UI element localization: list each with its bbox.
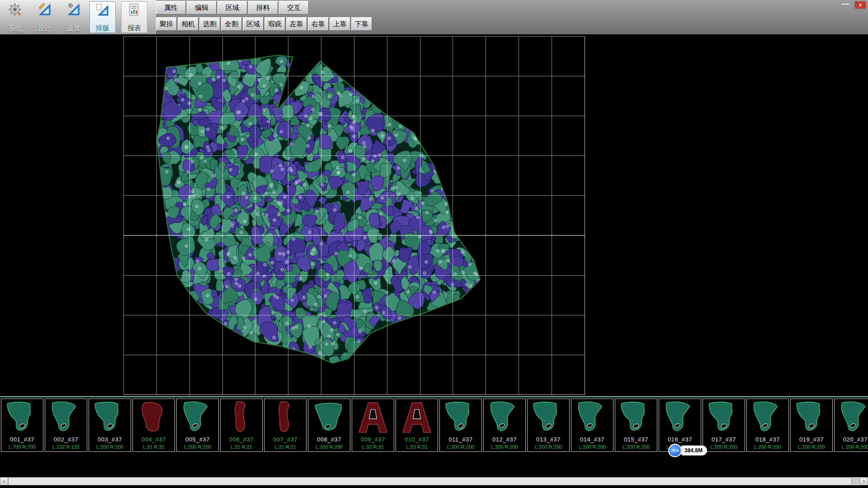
piece-name: 013_#37 <box>528 436 569 443</box>
toolbar-button-settings[interactable]: 设置 <box>61 1 87 33</box>
piece-shape <box>46 400 86 436</box>
piece-shape <box>309 400 349 436</box>
piece-shape <box>353 400 393 436</box>
piece-thumbnail-009_#37[interactable]: 009_#37L:32 R:31 <box>352 399 394 452</box>
tool-button-cluster-nest[interactable]: 聚排 <box>156 17 177 31</box>
piece-thumbnail-020_#37[interactable]: 020_#37L:200 R:200 <box>834 399 868 452</box>
piece-thumbnail-019_#37[interactable]: 019_#37L:200 R:200 <box>790 399 833 452</box>
piece-name: 019_#37 <box>791 436 832 443</box>
menu-tab-nesting[interactable]: 排料 <box>248 1 278 14</box>
window-controls: — ✕ <box>840 1 866 9</box>
title-toolbar: 系统 设计 设置 排版 <box>0 0 868 35</box>
progress-percent: 38% <box>668 444 682 457</box>
memory-usage: 384.8M <box>679 446 707 455</box>
piece-shape <box>572 400 612 436</box>
piece-counts: L:33 R:31 <box>396 444 438 450</box>
piece-name: 010_#37 <box>396 436 438 443</box>
piece-name: 004_#37 <box>133 436 175 443</box>
piece-thumbnail-008_#37[interactable]: 008_#37L:200 R:200 <box>308 399 350 452</box>
piece-counts: L:200 R:200 <box>703 444 745 450</box>
menu-area: 属性编辑区域排料交互 聚排相机选割全割区域瑕疵左靠右靠上靠下靠 <box>156 1 372 33</box>
piece-thumbnail-007_#37[interactable]: 007_#37L:31 R:21 <box>264 399 307 452</box>
piece-thumbnail-003_#37[interactable]: 003_#37L:200 R:200 <box>89 399 131 452</box>
toolbar-button-layout[interactable]: 排版 <box>90 1 116 33</box>
tool-button-row: 聚排相机选割全割区域瑕疵左靠右靠上靠下靠 <box>156 17 372 31</box>
piece-name: 006_#37 <box>221 436 262 443</box>
piece-thumbnail-017_#37[interactable]: 017_#37L:200 R:200 <box>703 399 745 452</box>
scroll-right-arrow-icon[interactable]: › <box>860 477 868 485</box>
nesting-canvas[interactable] <box>0 34 868 396</box>
menu-tab-edit[interactable]: 编辑 <box>187 1 217 14</box>
scroll-left-arrow-icon[interactable]: ‹ <box>0 477 8 485</box>
close-button[interactable]: ✕ <box>855 1 866 9</box>
menu-tab-row: 属性编辑区域排料交互 <box>156 1 372 14</box>
toolbar-button-system[interactable]: 系统 <box>2 1 28 33</box>
piece-counts: L:200 R:200 <box>308 444 350 450</box>
piece-counts: L:200 R:200 <box>747 444 788 450</box>
piece-name: 015_#37 <box>615 436 657 443</box>
piece-shape <box>2 400 42 436</box>
menu-tab-properties[interactable]: 属性 <box>156 1 186 14</box>
piece-thumbnail-013_#37[interactable]: 013_#37L:200 R:200 <box>527 399 570 452</box>
piece-thumbnail-006_#37[interactable]: 006_#37L:21 R:21 <box>220 399 263 452</box>
piece-thumbnail-011_#37[interactable]: 011_#37L:200 R:200 <box>439 399 482 452</box>
piece-counts: L:132 R:132 <box>45 444 87 450</box>
piece-shape <box>90 400 130 436</box>
piece-shape <box>616 400 656 436</box>
piece-shape <box>178 400 217 436</box>
piece-shape <box>222 400 261 436</box>
menu-tab-region[interactable]: 区域 <box>217 1 247 14</box>
piece-name: 008_#37 <box>308 436 350 443</box>
piece-thumbnail-005_#37[interactable]: 005_#37L:200 R:200 <box>176 399 219 452</box>
nested-pieces-svg <box>0 34 868 396</box>
toolbar-button-design[interactable]: 设计 <box>32 1 58 33</box>
piece-name: 007_#37 <box>264 436 306 443</box>
piece-thumbnail-001_#37[interactable]: 001_#37L:700 R:700 <box>1 399 43 452</box>
system-gear-icon <box>8 3 22 16</box>
piece-thumbnail-018_#37[interactable]: 018_#37L:200 R:200 <box>746 399 789 452</box>
tool-button-select-cut[interactable]: 选割 <box>199 17 220 31</box>
piece-shape <box>134 400 174 436</box>
minimize-button[interactable]: — <box>840 1 851 9</box>
piece-shape <box>660 400 700 436</box>
piece-counts: L:200 R:200 <box>835 444 868 450</box>
piece-shape <box>748 400 788 436</box>
toolbar-button-label: 设计 <box>38 25 52 32</box>
tool-button-align-top[interactable]: 上靠 <box>330 17 350 31</box>
piece-counts: L:700 R:700 <box>1 444 43 450</box>
piece-thumbnail-015_#37[interactable]: 015_#37L:200 R:200 <box>615 399 657 452</box>
piece-thumbnail-010_#37[interactable]: 010_#37L:33 R:31 <box>396 399 438 452</box>
piece-thumbnail-004_#37[interactable]: 004_#37L:31 R:31 <box>132 399 175 452</box>
horizontal-scrollbar[interactable]: ‹ › <box>0 477 868 485</box>
tool-button-align-left[interactable]: 左靠 <box>286 17 307 31</box>
layout-setsquare-icon <box>96 3 109 17</box>
piece-shape <box>265 400 305 436</box>
piece-name: 018_#37 <box>747 436 788 443</box>
piece-counts: L:32 R:31 <box>352 444 394 450</box>
piece-counts: L:200 R:200 <box>177 444 218 450</box>
menu-tab-interact[interactable]: 交互 <box>279 1 309 14</box>
piece-thumbnail-002_#37[interactable]: 002_#37L:132 R:132 <box>45 399 87 452</box>
toolbar-button-report[interactable]: 报表 <box>121 1 147 33</box>
toolbar-button-label: 设置 <box>67 25 80 32</box>
piece-counts: L:31 R:31 <box>133 444 175 450</box>
report-document-icon <box>127 3 141 17</box>
piece-thumbnail-012_#37[interactable]: 012_#37L:200 R:200 <box>483 399 526 452</box>
piece-thumbnail-014_#37[interactable]: 014_#37L:200 R:200 <box>571 399 613 452</box>
piece-name: 020_#37 <box>835 436 868 443</box>
tool-button-cut-all[interactable]: 全割 <box>221 17 242 31</box>
tool-button-defect[interactable]: 瑕疵 <box>264 17 285 31</box>
progress-badge: 38% 384.8M <box>668 444 707 457</box>
piece-name: 012_#37 <box>484 436 525 443</box>
scrollbar-thumb[interactable] <box>8 477 852 485</box>
piece-counts: L:31 R:21 <box>264 444 306 450</box>
piece-name: 011_#37 <box>440 436 481 443</box>
tool-button-align-right[interactable]: 右靠 <box>308 17 329 31</box>
piece-counts: L:200 R:200 <box>484 444 525 450</box>
tool-button-align-bottom[interactable]: 下靠 <box>351 17 372 31</box>
piece-name: 016_#37 <box>659 436 701 443</box>
piece-name: 002_#37 <box>45 436 87 443</box>
tool-button-region[interactable]: 区域 <box>243 17 264 31</box>
piece-shape <box>485 400 524 436</box>
tool-button-camera[interactable]: 相机 <box>178 17 198 31</box>
